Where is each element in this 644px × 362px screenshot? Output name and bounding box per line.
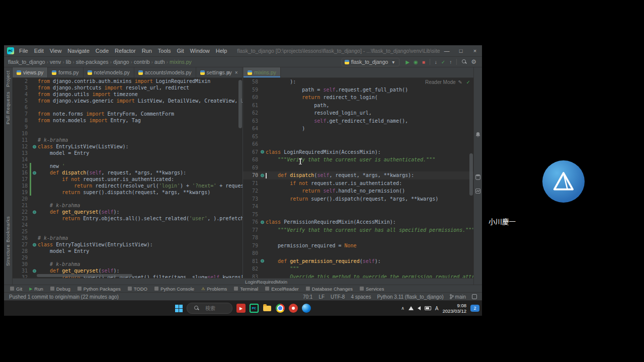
gutter-icon[interactable] bbox=[259, 257, 266, 265]
tool-window-todo[interactable]: TODO bbox=[128, 286, 147, 292]
horizontal-scrollbar[interactable] bbox=[37, 274, 132, 277]
scrollbar[interactable] bbox=[238, 80, 242, 128]
code-line[interactable]: 30 # k-brahma bbox=[13, 261, 243, 267]
code-line[interactable]: 11# k-brahma bbox=[13, 137, 243, 143]
gutter-icon[interactable] bbox=[31, 169, 38, 176]
code-line[interactable]: 82 """ bbox=[243, 265, 473, 273]
editor-breadcrumb-scope[interactable]: LoginRequiredMixin bbox=[245, 279, 287, 285]
wifi-icon[interactable] bbox=[409, 306, 414, 310]
breadcrumb-item[interactable]: venv bbox=[50, 59, 61, 65]
menu-code[interactable]: Code bbox=[93, 45, 112, 56]
code-line[interactable]: 25 bbox=[13, 228, 243, 235]
sci-view-icon[interactable] bbox=[475, 188, 481, 194]
code-line[interactable]: 70 def dispatch(self, request, *args, **… bbox=[243, 171, 473, 179]
tool-window-terminal[interactable]: Terminal bbox=[234, 286, 258, 292]
line-number[interactable]: 65 bbox=[243, 133, 259, 141]
ime-indicator[interactable]: A bbox=[435, 306, 439, 311]
minimize-button[interactable]: — bbox=[440, 46, 454, 56]
line-number[interactable]: 17 bbox=[13, 176, 29, 183]
git-update-button[interactable]: ↓ bbox=[435, 59, 437, 65]
notifications-bell-icon[interactable] bbox=[475, 132, 481, 138]
breadcrumb-item[interactable]: flask_to_django bbox=[8, 59, 45, 65]
code-line[interactable]: 29 bbox=[13, 254, 243, 261]
line-number[interactable]: 64 bbox=[243, 125, 259, 133]
line-number[interactable]: 26 bbox=[13, 235, 29, 241]
git-push-button[interactable]: ↑ bbox=[449, 59, 452, 65]
tab-note-models-py[interactable]: note\models.py bbox=[84, 67, 134, 77]
line-number[interactable]: 24 bbox=[13, 222, 29, 228]
run-config-selector[interactable]: flask_to_django ▾ bbox=[342, 58, 400, 66]
code-line[interactable]: 4from django.utils import timezone bbox=[13, 91, 243, 98]
battery-icon[interactable] bbox=[425, 306, 431, 310]
media-player-app-icon[interactable]: ▶ bbox=[236, 304, 246, 313]
search-everywhere-icon[interactable] bbox=[462, 59, 467, 64]
menu-run[interactable]: Run bbox=[139, 45, 155, 56]
file-encoding[interactable]: UTF-8 bbox=[331, 294, 345, 300]
gutter-icon[interactable] bbox=[31, 241, 38, 248]
indent-style[interactable]: 4 spaces bbox=[351, 294, 371, 300]
volume-icon[interactable] bbox=[418, 306, 421, 310]
gutter-icon[interactable] bbox=[259, 148, 266, 156]
breadcrumb-item[interactable]: site-packages bbox=[76, 59, 109, 65]
code-line[interactable]: 31 def get_queryset(self): bbox=[13, 267, 243, 274]
line-number[interactable]: 23 bbox=[13, 215, 29, 222]
code-line[interactable]: 14 bbox=[13, 156, 243, 163]
code-line[interactable]: 61 path, bbox=[243, 102, 473, 110]
line-number[interactable]: 27 bbox=[13, 241, 29, 248]
line-number[interactable]: 66 bbox=[243, 140, 259, 148]
menu-help[interactable]: Help bbox=[213, 45, 230, 56]
notification-badge[interactable]: 2 bbox=[470, 305, 479, 312]
code-line[interactable]: 6 bbox=[13, 104, 243, 111]
clock[interactable]: 9:08 2023/03/12 bbox=[442, 303, 466, 314]
code-line[interactable]: 10 bbox=[13, 130, 243, 137]
code-line[interactable]: 18 return redirect(resolve_url('login') … bbox=[13, 183, 243, 189]
line-number[interactable]: 73 bbox=[243, 195, 259, 203]
inspection-widget[interactable]: ✓ bbox=[466, 79, 470, 85]
code-line[interactable]: 71 if not request.user.is_authenticated: bbox=[243, 179, 473, 188]
code-line[interactable]: 74 bbox=[243, 203, 473, 211]
line-number[interactable]: 12 bbox=[13, 143, 29, 150]
line-number[interactable]: 28 bbox=[13, 248, 29, 254]
code-line[interactable]: 81 def get_permission_required(self): bbox=[243, 257, 473, 265]
tool-window-run[interactable]: ▶Run bbox=[29, 286, 43, 292]
code-line[interactable]: 27class EntryTagListView(EntryListView): bbox=[13, 241, 243, 248]
editor-views-py[interactable]: 2from django.contrib.auth.mixins import … bbox=[13, 78, 243, 278]
line-number[interactable]: 81 bbox=[243, 257, 259, 265]
stop-button[interactable]: ■ bbox=[422, 59, 425, 65]
taskbar-search[interactable] bbox=[187, 303, 232, 314]
code-line[interactable]: 78 bbox=[243, 234, 473, 242]
tool-window-excelreader[interactable]: ExcelReader bbox=[265, 286, 298, 292]
lock-icon[interactable] bbox=[472, 294, 477, 299]
gutter-icon[interactable] bbox=[31, 267, 38, 274]
tool-strip-structure[interactable]: Structure bbox=[5, 244, 11, 266]
code-line[interactable]: 20 bbox=[13, 196, 243, 202]
tool-window-problems[interactable]: ⚠Problems bbox=[201, 286, 227, 292]
code-line[interactable]: 21 # k-brahma bbox=[13, 202, 243, 209]
tool-window-database-changes[interactable]: Database Changes bbox=[306, 286, 353, 292]
gutter-icon[interactable] bbox=[31, 209, 38, 215]
code-line[interactable]: 28 model = Entry bbox=[13, 248, 243, 254]
tab-accounts-models-py[interactable]: accounts\models.py bbox=[134, 67, 196, 77]
menu-file[interactable]: File bbox=[16, 45, 31, 56]
menu-edit[interactable]: Edit bbox=[31, 45, 47, 56]
code-line[interactable]: 67class LoginRequiredMixin(AccessMixin): bbox=[243, 148, 473, 156]
tab-close-icon[interactable]: × bbox=[235, 70, 238, 75]
caret-position[interactable]: 70:1 bbox=[303, 294, 312, 300]
recorder-app-icon[interactable] bbox=[289, 304, 298, 313]
settings-gear-icon[interactable]: ⚙ bbox=[471, 58, 476, 65]
start-button[interactable] bbox=[175, 305, 183, 312]
line-number[interactable]: 29 bbox=[13, 254, 29, 261]
line-number[interactable]: 74 bbox=[243, 203, 259, 211]
code-line[interactable]: 60 return redirect_to_login( bbox=[243, 94, 473, 102]
line-number[interactable]: 31 bbox=[13, 267, 29, 274]
line-number[interactable]: 21 bbox=[13, 202, 29, 209]
line-number[interactable]: 71 bbox=[243, 179, 259, 188]
scrollbar[interactable] bbox=[469, 153, 473, 196]
code-line[interactable]: 80 bbox=[243, 249, 473, 257]
code-line[interactable]: 22 def get_queryset(self): bbox=[13, 209, 243, 215]
line-number[interactable]: 25 bbox=[13, 228, 29, 235]
maximize-button[interactable]: □ bbox=[454, 46, 468, 56]
tool-window-debug[interactable]: Debug bbox=[50, 286, 70, 292]
code-line[interactable]: 63 self.get_redirect_field_name(), bbox=[243, 117, 473, 125]
line-number[interactable]: 3 bbox=[13, 84, 29, 91]
